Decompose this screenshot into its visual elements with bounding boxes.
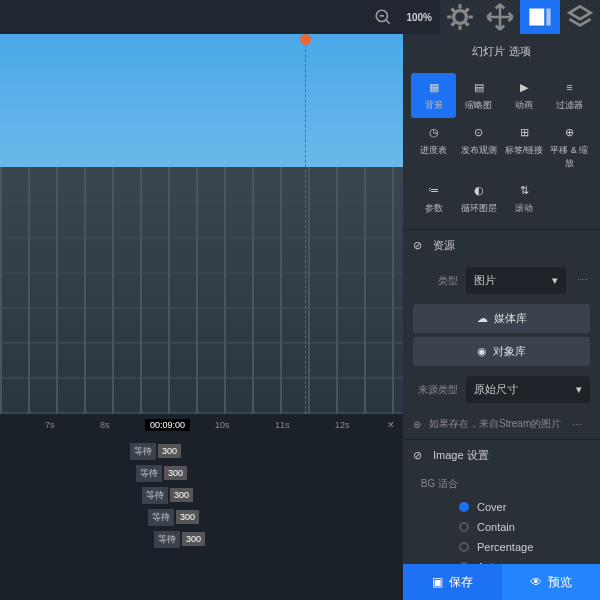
camera-icon: ◉ [477,345,487,358]
radio-dot [459,522,469,532]
grid-item-4[interactable]: ◷进度表 [411,118,456,176]
svg-rect-12 [529,9,544,26]
current-time: 00:09:00 [145,419,190,431]
grid-item-8[interactable]: ≔参数 [411,176,456,221]
close-icon[interactable]: ✕ [387,420,395,430]
grid-icon: ⊙ [471,124,487,140]
tab-settings[interactable] [440,0,480,34]
keyframe-value: 300 [182,532,205,546]
playhead-handle[interactable] [300,34,311,45]
eye-icon: 👁 [530,575,542,589]
timeline-header: 7s 8s 00:09:00 10s 11s 12s ✕ [0,414,403,436]
zoom-out-icon[interactable] [374,8,392,26]
tab-layers[interactable] [560,0,600,34]
object-library-button[interactable]: ◉对象库 [413,337,590,366]
timeline-row[interactable]: 等待300 [0,528,403,550]
footer: ▣保存 👁预览 [403,564,600,600]
canvas-viewport[interactable] [0,34,403,414]
globe-icon: ⊕ [413,419,421,430]
more-icon[interactable]: ⋯ [569,419,585,430]
grid-item-3[interactable]: ≡过滤器 [547,73,592,118]
grid-item-1[interactable]: ▤缩略图 [456,73,501,118]
radio-dot [459,542,469,552]
image-header[interactable]: ⊘Image 设置 [403,440,600,471]
grid-icon: ⊕ [561,124,577,140]
src-type-select[interactable]: 原始尺寸▾ [466,376,590,403]
timeline-row[interactable]: 等待300 [0,484,403,506]
grid-item-9[interactable]: ◐循环图层 [456,176,501,221]
tab-slide[interactable] [520,0,560,34]
grid-icon: ▤ [471,79,487,95]
grid-icon: ⊞ [516,124,532,140]
chevron-down-icon: ▾ [552,274,558,287]
keyframe-value: 300 [158,444,181,458]
side-panel: 幻灯片 选项 ▦背景▤缩略图▶动画≡过滤器◷进度表⊙发布观测⊞标签/链接⊕平移 … [403,34,600,600]
svg-line-1 [387,20,390,23]
timeline: 7s 8s 00:09:00 10s 11s 12s ✕ 等待300等待300等… [0,414,403,600]
grid-icon: ◷ [426,124,442,140]
grid-item-6[interactable]: ⊞标签/链接 [502,118,547,176]
keyframe-label: 等待 [136,465,162,482]
source-header[interactable]: ⊘资源 [403,230,600,261]
grid-icon: ▦ [426,79,442,95]
preview-button[interactable]: 👁预览 [502,564,601,600]
keyframe-value: 300 [176,510,199,524]
keyframe-value: 300 [164,466,187,480]
more-icon[interactable]: ⋯ [574,274,590,287]
panel-title: 幻灯片 选项 [403,34,600,69]
keyframe-label: 等待 [130,443,156,460]
keyframe-label: 等待 [154,531,180,548]
svg-point-11 [454,11,467,24]
grid-item-7[interactable]: ⊕平移 & 缩放 [547,118,592,176]
link-icon: ⊘ [413,449,427,463]
playhead-line [305,34,306,414]
cloud-icon: ☁ [477,312,488,325]
grid-icon: ≡ [561,79,577,95]
fit-radio[interactable]: Percentage [403,537,600,557]
keyframe-value: 300 [170,488,193,502]
chevron-down-icon: ▾ [576,383,582,396]
grid-item-2[interactable]: ▶动画 [502,73,547,118]
svg-rect-13 [546,9,550,26]
save-button[interactable]: ▣保存 [403,564,502,600]
media-library-button[interactable]: ☁媒体库 [413,304,590,333]
fit-radio[interactable]: Cover [403,497,600,517]
grid-item-5[interactable]: ⊙发布观测 [456,118,501,176]
grid-icon: ⇅ [516,182,532,198]
grid-item-10[interactable]: ⇅滚动 [502,176,547,221]
panel-tabs [440,0,600,34]
radio-dot [459,502,469,512]
link-icon: ⊘ [413,239,427,253]
grid-icon: ≔ [426,182,442,198]
zoom-level[interactable]: 100% [406,12,432,23]
keyframe-label: 等待 [148,509,174,526]
timeline-row[interactable]: 等待300 [0,506,403,528]
timeline-row[interactable]: 等待300 [0,462,403,484]
grid-icon: ◐ [471,182,487,198]
tab-move[interactable] [480,0,520,34]
grid-icon: ▶ [516,79,532,95]
keyframe-label: 等待 [142,487,168,504]
type-select[interactable]: 图片▾ [466,267,566,294]
timeline-row[interactable]: 等待300 [0,440,403,462]
grid-item-0[interactable]: ▦背景 [411,73,456,118]
fit-radio[interactable]: Contain [403,517,600,537]
save-icon: ▣ [432,575,443,589]
